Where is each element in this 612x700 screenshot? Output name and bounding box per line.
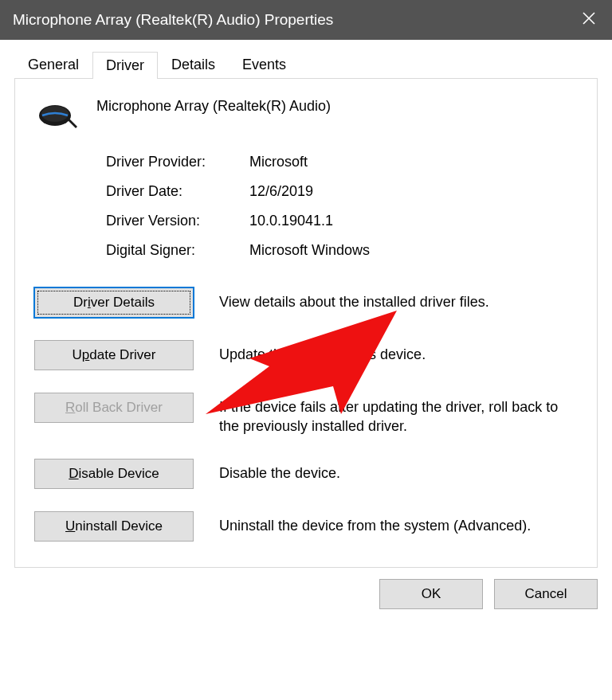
update-driver-button[interactable]: Update Driver [34, 340, 194, 370]
cancel-button[interactable]: Cancel [494, 579, 598, 609]
action-row-uninstall: Uninstall Device Uninstall the device fr… [34, 511, 578, 542]
dialog-button-row: OK Cancel [0, 579, 612, 624]
info-row-version: Driver Version: 10.0.19041.1 [106, 213, 578, 229]
tab-driver[interactable]: Driver [92, 52, 158, 79]
info-row-provider: Driver Provider: Microsoft [106, 154, 578, 170]
ok-button[interactable]: OK [379, 579, 483, 609]
driver-info-grid: Driver Provider: Microsoft Driver Date: … [106, 154, 578, 259]
action-row-details: Driver Details View details about the in… [34, 287, 578, 318]
info-row-date: Driver Date: 12/6/2019 [106, 183, 578, 200]
digital-signer-value: Microsoft Windows [249, 242, 578, 259]
tab-events[interactable]: Events [229, 51, 300, 78]
roll-back-driver-desc: If the device fails after updating the d… [219, 393, 578, 436]
tab-general[interactable]: General [14, 51, 92, 78]
disable-device-desc: Disable the device. [219, 459, 578, 483]
disable-device-button[interactable]: Disable Device [34, 459, 194, 489]
driver-details-button[interactable]: Driver Details [34, 287, 194, 318]
driver-version-label: Driver Version: [106, 213, 249, 229]
update-driver-desc: Update the driver for this device. [219, 340, 578, 364]
action-row-update: Update Driver Update the driver for this… [34, 340, 578, 370]
device-header: Microphone Array (Realtek(R) Audio) [37, 95, 578, 130]
driver-details-desc: View details about the installed driver … [219, 287, 578, 311]
driver-provider-label: Driver Provider: [106, 154, 249, 170]
uninstall-device-desc: Uninstall the device from the system (Ad… [219, 511, 578, 535]
dialog-body: General Driver Details Events Microphone… [0, 40, 612, 624]
tabstrip: General Driver Details Events [0, 40, 612, 78]
microphone-device-icon [37, 98, 80, 130]
device-name: Microphone Array (Realtek(R) Audio) [96, 95, 331, 115]
driver-version-value: 10.0.19041.1 [249, 213, 578, 229]
window-title: Microphone Array (Realtek(R) Audio) Prop… [13, 11, 333, 29]
tab-details[interactable]: Details [158, 51, 229, 78]
titlebar: Microphone Array (Realtek(R) Audio) Prop… [0, 0, 612, 40]
driver-date-label: Driver Date: [106, 183, 249, 200]
roll-back-driver-button: Roll Back Driver [34, 393, 194, 423]
close-icon[interactable] [579, 10, 599, 30]
uninstall-device-button[interactable]: Uninstall Device [34, 511, 194, 542]
driver-provider-value: Microsoft [249, 154, 578, 170]
action-row-rollback: Roll Back Driver If the device fails aft… [34, 393, 578, 436]
action-row-disable: Disable Device Disable the device. [34, 459, 578, 489]
info-row-signer: Digital Signer: Microsoft Windows [106, 242, 578, 259]
driver-date-value: 12/6/2019 [249, 183, 578, 200]
tab-panel-driver: Microphone Array (Realtek(R) Audio) Driv… [14, 78, 598, 568]
digital-signer-label: Digital Signer: [106, 242, 249, 259]
